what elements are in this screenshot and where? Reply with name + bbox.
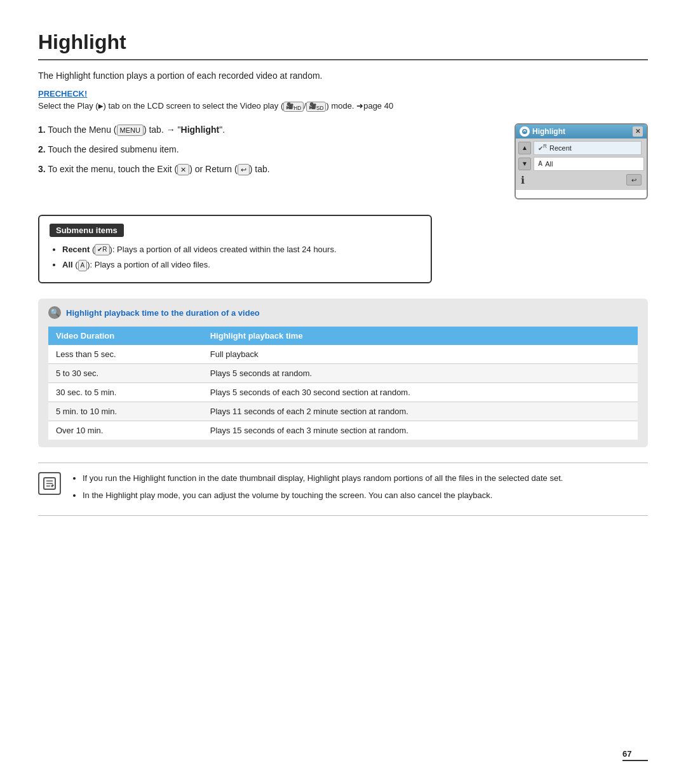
hand-cursor-icon: 👆 [645, 143, 648, 159]
info-section-title: Highlight playback time to the duration … [66, 308, 260, 318]
all-icon: A [78, 260, 88, 271]
widget-item-all-label: All [545, 160, 553, 168]
ui-widget-wrapper: Highlight ✕ ▲ ✔R Recent 👆 [514, 123, 648, 199]
widget-close-button[interactable]: ✕ [633, 126, 643, 137]
col-video-duration: Video Duration [48, 327, 203, 345]
widget-return-button[interactable]: ↩ [626, 174, 642, 186]
widget-bottom-row: ℹ ↩ [518, 173, 644, 187]
table-row: 5 to 30 sec. Plays 5 seconds at random. [48, 364, 638, 383]
page-number-line [622, 760, 648, 761]
widget-down-arrow[interactable]: ▼ [518, 158, 531, 170]
table-row: 30 sec. to 5 min. Plays 5 seconds of eac… [48, 383, 638, 402]
precheck-link[interactable]: PRECHECK! [38, 89, 87, 98]
return-key: ↩ [238, 164, 250, 176]
duration-3: 30 sec. to 5 min. [48, 383, 203, 402]
exit-key: ✕ [177, 164, 189, 176]
main-content: 1. Touch the Menu (MENU) tab. → "Highlig… [38, 123, 648, 199]
step-1-highlight: Highlight [181, 125, 220, 135]
intro-text: The Highlight function plays a portion o… [38, 71, 648, 81]
recent-icon: ✔R [95, 244, 109, 255]
table-header: Video Duration Highlight playback time [48, 327, 638, 345]
search-icon: 🔍 [48, 306, 61, 319]
widget-item-all[interactable]: A All [534, 157, 644, 171]
widget-item-recent[interactable]: ✔R Recent [534, 141, 642, 155]
widget-header-icon [520, 126, 530, 137]
widget-body: ▲ ✔R Recent 👆 ▼ A All [516, 139, 647, 190]
step-3-number: 3. [38, 164, 46, 174]
widget-title: Highlight [532, 127, 565, 136]
note-2: In the Highlight play mode, you can adju… [83, 489, 648, 503]
notes-icon [38, 472, 61, 495]
page-title: Highlight [38, 30, 648, 60]
step-2: 2. Touch the desired submenu item. [38, 143, 499, 156]
widget-row-recent: ▲ ✔R Recent 👆 [518, 141, 644, 155]
page-number: 67 [622, 749, 648, 761]
submenu-item-recent: Recent (✔R): Plays a portion of all vide… [62, 243, 420, 257]
widget-row-all: ▼ A All [518, 157, 644, 171]
duration-5: Over 10 min. [48, 421, 203, 440]
duration-2: 5 to 30 sec. [48, 364, 203, 383]
table-row: Over 10 min. Plays 15 seconds of each 3 … [48, 421, 638, 440]
steps-section: 1. Touch the Menu (MENU) tab. → "Highlig… [38, 123, 499, 199]
step-2-number: 2. [38, 144, 46, 154]
info-icon: ℹ [521, 174, 525, 186]
checkmark-r-icon: ✔R [538, 143, 547, 152]
hd-icon: 🎥HD [283, 102, 304, 112]
widget-up-arrow[interactable]: ▲ [518, 142, 531, 154]
playback-2: Plays 5 seconds at random. [203, 364, 638, 383]
playback-3: Plays 5 seconds of each 30 second sectio… [203, 383, 638, 402]
submenu-item-all: All (A): Plays a portion of all video fi… [62, 259, 420, 272]
widget-header: Highlight ✕ [516, 125, 647, 139]
notes-section: If you run the Highlight function in the… [38, 463, 648, 516]
a-icon: A [538, 160, 542, 167]
step-1-number: 1. [38, 125, 46, 135]
duration-1: Less than 5 sec. [48, 345, 203, 364]
step-1: 1. Touch the Menu (MENU) tab. → "Highlig… [38, 123, 499, 137]
widget-item-recent-label: Recent [549, 144, 572, 152]
playback-5: Plays 15 seconds of each 3 minute sectio… [203, 421, 638, 440]
info-section: 🔍 Highlight playback time to the duratio… [38, 299, 648, 447]
submenu-title: Submenu items [50, 224, 124, 237]
info-table: Video Duration Highlight playback time L… [48, 327, 638, 440]
playback-1: Full playback [203, 345, 638, 364]
playback-4: Plays 11 seconds of each 2 minute sectio… [203, 402, 638, 421]
table-header-row: Video Duration Highlight playback time [48, 327, 638, 345]
note-1: If you run the Highlight function in the… [83, 472, 648, 485]
duration-4: 5 min. to 10 min. [48, 402, 203, 421]
precheck-desc: Select the Play (▶) tab on the LCD scree… [38, 101, 648, 112]
play-icon: ▶ [98, 101, 104, 111]
table-row: 5 min. to 10 min. Plays 11 seconds of ea… [48, 402, 638, 421]
menu-key: MENU [117, 125, 144, 137]
sd-icon: 🎥SD [306, 102, 326, 112]
table-row: Less than 5 sec. Full playback [48, 345, 638, 364]
table-body: Less than 5 sec. Full playback 5 to 30 s… [48, 345, 638, 440]
notes-content: If you run the Highlight function in the… [71, 472, 648, 506]
notes-list: If you run the Highlight function in the… [71, 472, 648, 503]
submenu-list: Recent (✔R): Plays a portion of all vide… [50, 243, 420, 273]
ui-widget: Highlight ✕ ▲ ✔R Recent 👆 [514, 123, 648, 199]
col-highlight-playback: Highlight playback time [203, 327, 638, 345]
submenu-box: Submenu items Recent (✔R): Plays a porti… [38, 215, 432, 284]
info-section-header: 🔍 Highlight playback time to the duratio… [48, 306, 638, 319]
submenu-all-label: All [62, 260, 73, 269]
step-3: 3. To exit the menu, touch the Exit (✕) … [38, 163, 499, 176]
submenu-recent-label: Recent [62, 245, 90, 254]
